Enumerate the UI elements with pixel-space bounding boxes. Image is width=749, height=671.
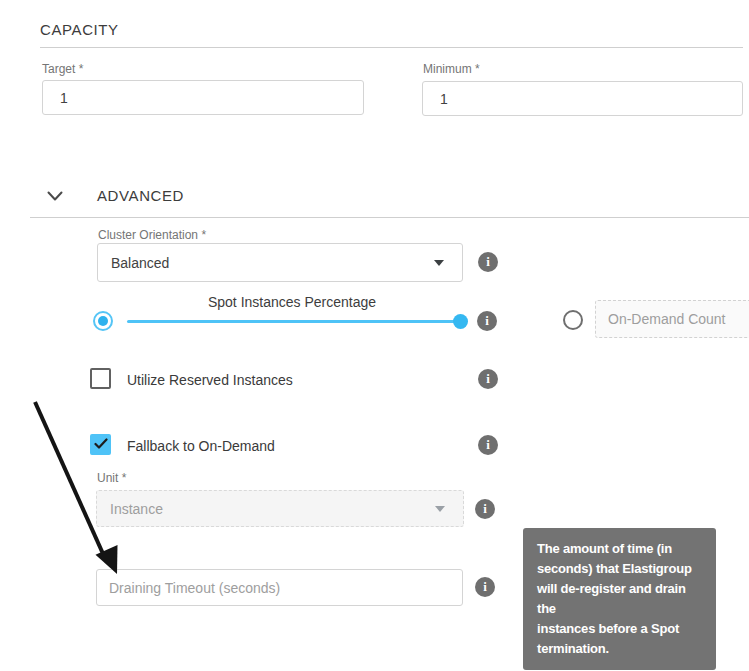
capacity-divider <box>40 47 743 48</box>
minimum-field-label: Minimum * <box>423 62 480 76</box>
spot-percentage-info-icon[interactable]: i <box>477 311 497 331</box>
unit-info-icon[interactable]: i <box>475 499 495 519</box>
cluster-orientation-label: Cluster Orientation * <box>98 228 206 242</box>
target-field-label: Target * <box>42 62 83 76</box>
on-demand-count-input <box>595 300 749 338</box>
on-demand-count-radio[interactable] <box>563 310 583 330</box>
utilize-reserved-label: Utilize Reserved Instances <box>127 372 293 388</box>
fallback-on-demand-checkbox[interactable] <box>90 434 111 455</box>
target-input[interactable] <box>42 80 364 115</box>
fallback-on-demand-label: Fallback to On-Demand <box>127 438 275 454</box>
spot-percentage-label: Spot Instances Percentage <box>127 294 457 310</box>
minimum-input[interactable] <box>422 81 743 116</box>
unit-select-disabled: Instance <box>96 490 464 527</box>
cluster-orientation-selected-value: Balanced <box>111 255 169 271</box>
utilize-reserved-info-icon[interactable]: i <box>478 369 498 389</box>
advanced-divider <box>30 217 749 218</box>
fallback-on-demand-info-icon[interactable]: i <box>478 435 498 455</box>
caret-down-icon <box>434 260 444 266</box>
advanced-section-title: ADVANCED <box>97 187 184 204</box>
caret-down-icon <box>435 506 445 512</box>
advanced-expander-button[interactable] <box>47 188 63 206</box>
draining-timeout-input[interactable] <box>96 569 463 606</box>
spot-percentage-slider[interactable] <box>127 320 455 323</box>
capacity-settings-page: CAPACITY Target * Minimum * ADVANCED Clu… <box>0 0 749 671</box>
unit-selected-value: Instance <box>110 501 163 517</box>
utilize-reserved-checkbox[interactable] <box>90 368 111 389</box>
chevron-down-icon <box>47 188 63 205</box>
cluster-orientation-select[interactable]: Balanced <box>97 243 463 282</box>
unit-field-label: Unit * <box>97 471 126 485</box>
radio-selected-dot <box>98 316 108 326</box>
cluster-orientation-info-icon[interactable]: i <box>478 252 498 272</box>
draining-timeout-info-icon[interactable]: i <box>475 577 495 597</box>
capacity-section-title: CAPACITY <box>40 21 119 38</box>
draining-timeout-tooltip: The amount of time (in seconds) that Ela… <box>523 528 716 670</box>
spot-percentage-radio[interactable] <box>93 311 113 331</box>
check-icon <box>94 436 108 454</box>
spot-percentage-slider-thumb[interactable] <box>453 314 468 329</box>
